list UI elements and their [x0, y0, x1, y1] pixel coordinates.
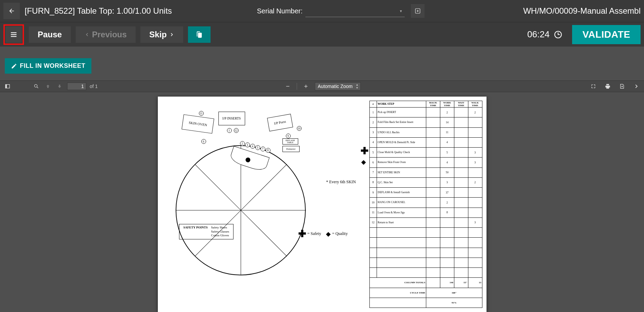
col-walk: WALK TIME [468, 101, 482, 108]
pencil-icon [11, 63, 17, 69]
download-button[interactable] [618, 82, 626, 90]
box-skin-oven: SKIN OVEN [181, 114, 214, 134]
table-row: 1Pick up INSERT22 [369, 108, 482, 117]
serial-number-label: Serial Number: [257, 7, 302, 15]
clock-icon [554, 30, 563, 39]
arrow-up-icon [45, 84, 51, 89]
step-marker: 1 [227, 128, 232, 133]
skip-button[interactable]: Skip [140, 26, 183, 43]
search-icon [34, 84, 39, 89]
fullscreen-button[interactable] [589, 82, 597, 90]
fill-worksheet-label: FILL IN WORKSHEET [20, 62, 85, 70]
cycle-time-label: CYCLE TIME [369, 288, 426, 298]
add-serial-button[interactable] [411, 4, 425, 18]
tools-button[interactable] [632, 82, 641, 90]
worksheet-diagram: SKIN OVEN I/P INSERTS I/P Press DEFLASH … [162, 101, 366, 308]
box-ip-inserts: I/P INSERTS [218, 112, 245, 125]
table-row: 10HANG ON CAROUSEL2 [369, 198, 482, 208]
back-button[interactable] [3, 3, 20, 19]
col-num: # [369, 101, 377, 108]
hamburger-highlight [3, 24, 24, 45]
zoom-out-button[interactable] [283, 82, 292, 90]
safety-points-box: SAFETY POINTS Safety Shoes Safety Glasse… [179, 224, 234, 239]
diamond-icon: ◆ [326, 230, 331, 238]
content-area: FILL IN WORKSHEET of 1 [0, 47, 644, 312]
svg-rect-10 [5, 85, 7, 88]
svg-rect-15 [305, 85, 306, 88]
page-number-input[interactable] [67, 83, 86, 90]
cycle-time-value: 168" [426, 288, 482, 298]
action-bar: Pause Previous Skip 06:24 VALIDATE [0, 22, 644, 47]
legend-quality: = Quality [332, 231, 348, 236]
step-marker: 8 [266, 148, 270, 153]
menu-button[interactable] [5, 26, 22, 43]
table-row: 5Close Mold & Quality Check53 [369, 148, 482, 158]
chevron-right-icon [634, 84, 639, 89]
pause-button[interactable]: Pause [29, 26, 71, 43]
safety-points-items: Safety Shoes Safety Glasses Cotton Glove… [210, 226, 230, 238]
zoom-in-button[interactable] [302, 82, 310, 90]
step-marker: 6 [201, 139, 206, 144]
arrow-left-icon [8, 8, 15, 14]
step-marker: 5 [255, 145, 260, 150]
fill-worksheet-button[interactable]: FILL IN WORKSHEET [5, 58, 91, 74]
cycle-pct: 91% [426, 298, 482, 308]
hamburger-icon [10, 31, 17, 38]
table-row: 4OPEN MOLD & Demold Pt. Side4 [369, 137, 482, 147]
note-every-6th: * Every 6th SKIN [326, 179, 356, 185]
legend-safety: = Safety [307, 231, 321, 236]
total-work: 140 [440, 278, 454, 288]
print-button[interactable] [604, 82, 612, 90]
zoom-select[interactable]: Automatic Zoom [315, 82, 361, 90]
svg-point-11 [35, 85, 37, 87]
table-row: 2Fold Film Back Set Entire Insert14 [369, 117, 482, 127]
workstep-table: # WORK STEP MACH. TIME WORK TIME WAIT TI… [369, 101, 482, 308]
previous-button[interactable]: Previous [76, 26, 136, 43]
step-marker: 4 [250, 144, 255, 149]
table-row: 11Load Oven & Move Jigs8 [369, 208, 482, 217]
step-marker: 11 [199, 111, 204, 116]
document-button[interactable] [188, 26, 211, 43]
print-icon [605, 84, 610, 89]
table-row: 9DEFLASH & Install Garnish37 [369, 188, 482, 198]
svg-rect-13 [286, 86, 289, 86]
col-workstep: WORK STEP [377, 101, 426, 108]
quality-marker-icon: ◆ [361, 158, 366, 166]
download-icon [619, 84, 625, 89]
column-totals-label: COLUMN TOTALS [369, 278, 426, 288]
sidebar-icon [5, 84, 10, 89]
minus-icon [285, 84, 290, 89]
next-page-button[interactable] [55, 82, 64, 90]
step-marker: 2 [240, 141, 245, 146]
safety-marker-icon: ✚ [361, 145, 368, 157]
validate-button[interactable]: VALIDATE [572, 25, 641, 44]
step-marker: 12 [234, 128, 239, 133]
sidebar-toggle-button[interactable] [3, 82, 12, 90]
box-ip-press: I/P Press [267, 114, 293, 132]
table-row: 7SET ENTIRE SKIN50 [369, 167, 482, 177]
pause-label: Pause [38, 30, 62, 39]
skip-label: Skip [149, 30, 167, 39]
plus-icon [303, 84, 308, 89]
table-row: 12Return to Start3 [369, 217, 482, 227]
prev-page-button[interactable] [44, 82, 52, 90]
safety-points-label: SAFETY POINTS [182, 226, 209, 238]
table-row: 6Remove Skin From Oven43 [369, 158, 482, 167]
col-work: WORK TIME [440, 101, 454, 108]
pdf-viewport[interactable]: SKIN OVEN I/P INSERTS I/P Press DEFLASH … [0, 95, 644, 312]
documents-icon [195, 30, 203, 39]
top-header: [FURN_8522] Table Top: 1.00/1.00 Units S… [0, 0, 644, 22]
table-row: 8Q.C. Skin Set32 [369, 177, 482, 187]
svg-line-12 [37, 87, 38, 88]
timer-group: 06:24 [527, 29, 563, 40]
pdf-toolbar: of 1 Automatic Zoom ▲▼ [0, 80, 644, 92]
pdf-page: SKIN OVEN I/P INSERTS I/P Press DEFLASH … [158, 97, 487, 312]
serial-number-input[interactable] [305, 5, 405, 17]
previous-label: Previous [92, 30, 127, 39]
col-mach: MACH. TIME [426, 101, 440, 108]
chevron-right-icon [169, 31, 174, 38]
work-order-title: WH/MO/00009-Manual Assembl [509, 6, 641, 16]
step-marker: 7 [261, 147, 265, 151]
find-button[interactable] [32, 82, 40, 90]
arrow-down-icon [57, 84, 62, 89]
